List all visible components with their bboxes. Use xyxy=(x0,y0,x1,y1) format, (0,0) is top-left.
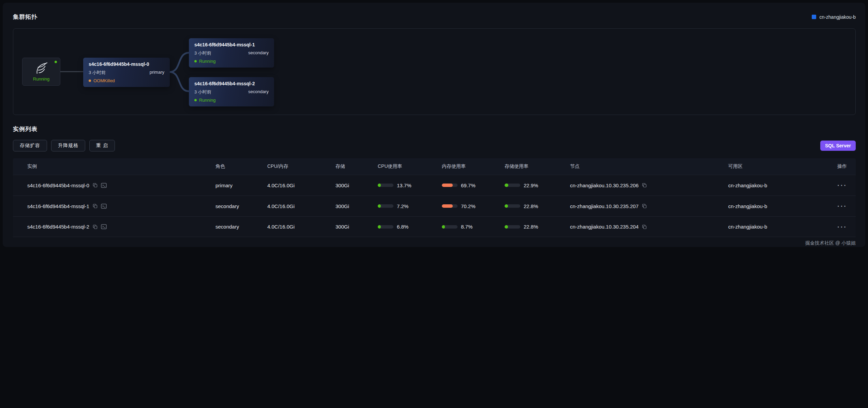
instance-name: s4c16-6f6d9445b4-mssql-0 xyxy=(27,183,89,188)
engine-tile[interactable]: Running xyxy=(22,58,60,86)
topology-title: 集群拓扑 xyxy=(13,13,38,21)
mem-usage-cell: 70.2% xyxy=(442,203,505,209)
cluster-console: 集群拓扑 cn-zhangjiakou-b Running s4c16 xyxy=(3,3,865,247)
pod-age: 3 小时前 xyxy=(194,89,211,95)
engine-type-button[interactable]: SQL Server xyxy=(820,141,856,151)
pod-status: Running xyxy=(194,59,269,64)
pod-card-primary[interactable]: s4c16-6f6d9445b4-mssql-0 3 小时前 primary O… xyxy=(83,58,170,87)
expand-storage-button[interactable]: 存储扩容 xyxy=(13,140,47,151)
pod-role: secondary xyxy=(248,89,269,95)
instance-name: s4c16-6f6d9445b4-mssql-2 xyxy=(27,224,89,230)
sql-server-logo-icon xyxy=(34,62,49,75)
copy-icon[interactable] xyxy=(642,204,647,208)
copy-icon[interactable] xyxy=(93,183,98,188)
pod-status-label: Running xyxy=(199,59,215,64)
pod-status: Running xyxy=(194,98,269,103)
pod-role: primary xyxy=(150,70,164,76)
usage-bar xyxy=(442,225,458,229)
col-header-cpu-usage: CPU使用率 xyxy=(378,163,442,170)
usage-bar xyxy=(378,225,393,229)
col-header-instance: 实例 xyxy=(27,163,215,170)
zone-legend: cn-zhangjiakou-b xyxy=(812,14,856,20)
restart-button[interactable]: 重 启 xyxy=(89,140,115,151)
col-header-cpu-mem: CPU/内存 xyxy=(267,163,335,170)
copy-icon[interactable] xyxy=(642,224,647,229)
usage-bar xyxy=(442,204,458,208)
storage-usage-value: 22.8% xyxy=(524,224,538,230)
pod-status-label: OOMKilled xyxy=(93,78,115,83)
storage-usage-cell: 22.9% xyxy=(505,183,570,188)
col-header-mem-usage: 内存使用率 xyxy=(442,163,505,170)
usage-bar xyxy=(505,184,520,187)
terminal-icon[interactable] xyxy=(101,224,107,229)
terminal-icon[interactable] xyxy=(101,204,107,209)
pod-card-secondary-2[interactable]: s4c16-6f6d9445b4-mssql-2 3 小时前 secondary… xyxy=(189,77,274,106)
node-address: cn-zhangjiakou.10.30.235.207 xyxy=(570,203,639,209)
storage-usage-value: 22.9% xyxy=(524,183,538,188)
resize-spec-button[interactable]: 升降规格 xyxy=(51,140,85,151)
zone-legend-swatch xyxy=(812,15,816,19)
more-actions-icon[interactable]: ··· xyxy=(837,204,856,208)
node-cell: cn-zhangjiakou.10.30.235.206 xyxy=(570,183,728,188)
pod-name: s4c16-6f6d9445b4-mssql-1 xyxy=(194,42,269,47)
usage-bar xyxy=(378,204,393,208)
storage-usage-value: 22.8% xyxy=(524,203,538,209)
pod-age: 3 小时前 xyxy=(89,70,106,76)
zone-legend-label: cn-zhangjiakou-b xyxy=(819,14,856,20)
pod-card-secondary-1[interactable]: s4c16-6f6d9445b4-mssql-1 3 小时前 secondary… xyxy=(189,38,274,68)
usage-bar xyxy=(442,184,458,187)
usage-bar xyxy=(505,204,520,208)
zone-cell: cn-zhangjiakou-b xyxy=(728,183,837,188)
col-header-storage-usage: 存储使用率 xyxy=(505,163,570,170)
cpu-mem-cell: 4.0C/16.0Gi xyxy=(267,224,335,230)
copy-icon[interactable] xyxy=(642,183,647,188)
cpu-mem-cell: 4.0C/16.0Gi xyxy=(267,183,335,188)
table-row: s4c16-6f6d9445b4-mssql-1 secondary 4.0C/… xyxy=(13,195,856,216)
instance-table-header: 实例 角色 CPU/内存 存储 CPU使用率 内存使用率 存储使用率 节点 可用… xyxy=(13,158,856,175)
pod-status-label: Running xyxy=(199,98,215,103)
node-address: cn-zhangjiakou.10.30.235.206 xyxy=(570,183,639,188)
storage-cell: 300Gi xyxy=(335,224,378,230)
copy-icon[interactable] xyxy=(93,204,98,208)
cpu-mem-cell: 4.0C/16.0Gi xyxy=(267,203,335,209)
engine-status-label: Running xyxy=(33,76,49,82)
instance-table: 实例 角色 CPU/内存 存储 CPU使用率 内存使用率 存储使用率 节点 可用… xyxy=(13,158,856,237)
storage-usage-cell: 22.8% xyxy=(505,224,570,230)
more-actions-icon[interactable]: ··· xyxy=(837,184,856,187)
status-dot-icon xyxy=(194,99,197,101)
terminal-icon[interactable] xyxy=(101,183,107,188)
instance-cell: s4c16-6f6d9445b4-mssql-0 xyxy=(27,183,215,188)
pod-meta: 3 小时前 secondary xyxy=(194,50,269,56)
storage-usage-cell: 22.8% xyxy=(505,203,570,209)
instance-name: s4c16-6f6d9445b4-mssql-1 xyxy=(27,203,89,209)
role-cell: secondary xyxy=(215,224,267,230)
mem-usage-cell: 69.7% xyxy=(442,183,505,188)
node-cell: cn-zhangjiakou.10.30.235.204 xyxy=(570,224,728,230)
instance-actions-toolbar: 存储扩容 升降规格 重 启 SQL Server xyxy=(13,140,856,151)
instance-table-body: s4c16-6f6d9445b4-mssql-0 primary 4.0C/16… xyxy=(13,175,856,237)
cpu-usage-cell: 7.2% xyxy=(378,203,442,209)
col-header-zone: 可用区 xyxy=(728,163,837,170)
copy-icon[interactable] xyxy=(93,224,98,229)
topology-panel: Running s4c16-6f6d9445b4-mssql-0 3 小时前 p… xyxy=(13,28,856,115)
table-row: s4c16-6f6d9445b4-mssql-0 primary 4.0C/16… xyxy=(13,175,856,195)
pod-name: s4c16-6f6d9445b4-mssql-2 xyxy=(194,81,269,86)
node-cell: cn-zhangjiakou.10.30.235.207 xyxy=(570,203,728,209)
mem-usage-value: 69.7% xyxy=(461,183,476,188)
instance-cell: s4c16-6f6d9445b4-mssql-2 xyxy=(27,224,215,230)
col-header-actions: 操作 xyxy=(837,163,856,170)
role-cell: secondary xyxy=(215,203,267,209)
cpu-usage-cell: 6.8% xyxy=(378,224,442,230)
table-row: s4c16-6f6d9445b4-mssql-2 secondary 4.0C/… xyxy=(13,216,856,237)
topology-header: 集群拓扑 cn-zhangjiakou-b xyxy=(13,13,856,21)
engine-status-dot xyxy=(55,61,57,63)
pod-meta: 3 小时前 primary xyxy=(89,70,164,76)
more-actions-icon[interactable]: ··· xyxy=(837,225,856,229)
status-dot-icon xyxy=(194,60,197,62)
node-address: cn-zhangjiakou.10.30.235.204 xyxy=(570,224,639,230)
pod-meta: 3 小时前 secondary xyxy=(194,89,269,95)
cpu-usage-cell: 13.7% xyxy=(378,183,442,188)
pod-age: 3 小时前 xyxy=(194,50,211,56)
status-dot-icon xyxy=(89,79,91,82)
zone-cell: cn-zhangjiakou-b xyxy=(728,203,837,209)
